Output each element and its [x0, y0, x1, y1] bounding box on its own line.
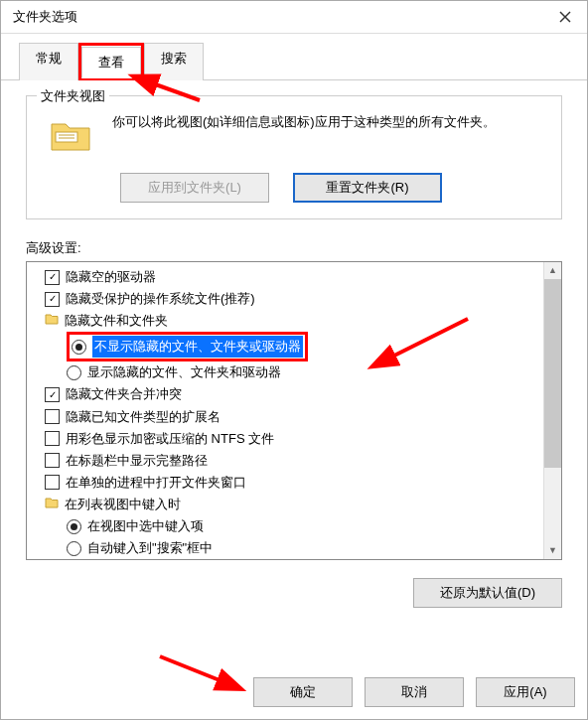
advanced-settings-tree[interactable]: ✓隐藏空的驱动器✓隐藏受保护的操作系统文件(推荐)隐藏文件和文件夹不显示隐藏的文…: [26, 261, 562, 560]
tree-item[interactable]: ✓隐藏文件夹合并冲突: [31, 383, 561, 405]
tree-item-label: 用彩色显示加密或压缩的 NTFS 文件: [66, 428, 274, 450]
checkbox[interactable]: [45, 409, 60, 424]
checkbox[interactable]: [45, 431, 60, 446]
radio[interactable]: [67, 365, 81, 380]
radio[interactable]: [72, 340, 86, 355]
tree-item-label: 不显示隐藏的文件、文件夹或驱动器: [92, 336, 303, 358]
tree-item[interactable]: 显示隐藏的文件、文件夹和驱动器: [31, 361, 561, 383]
tree-item[interactable]: 在列表视图中键入时: [31, 494, 561, 515]
tree-item-label: 显示隐藏的文件、文件夹和驱动器: [87, 361, 281, 383]
checkbox[interactable]: [45, 475, 60, 490]
tree-item-label: 隐藏空的驱动器: [66, 266, 156, 288]
close-icon[interactable]: [543, 1, 587, 33]
tree-item-label: 在标题栏中显示完整路径: [66, 450, 208, 472]
tree-item[interactable]: ✓隐藏受保护的操作系统文件(推荐): [31, 288, 561, 310]
tree-item[interactable]: 在单独的进程中打开文件夹窗口: [31, 472, 561, 494]
tree-item-label: 在视图中选中键入项: [87, 515, 204, 537]
folder-view-group-label: 文件夹视图: [37, 87, 109, 105]
advanced-settings-label: 高级设置:: [26, 239, 562, 257]
checkbox[interactable]: ✓: [45, 292, 60, 307]
tree-item[interactable]: 不显示隐藏的文件、文件夹或驱动器: [31, 332, 561, 361]
tree-item-label: 在单独的进程中打开文件夹窗口: [66, 472, 246, 494]
cancel-button[interactable]: 取消: [365, 677, 464, 707]
tree-item-label: 隐藏文件和文件夹: [65, 310, 168, 332]
ok-button[interactable]: 确定: [253, 677, 353, 707]
tree-item[interactable]: 隐藏文件和文件夹: [31, 310, 561, 332]
folder-icon: [45, 494, 59, 515]
reset-folders-button[interactable]: 重置文件夹(R): [293, 173, 442, 203]
tree-item-label: 在缩略图上显示文件图标: [66, 559, 208, 560]
folder-view-description: 你可以将此视图(如详细信息或图标)应用于这种类型的所有文件夹。: [112, 108, 547, 157]
tree-item[interactable]: 用彩色显示加密或压缩的 NTFS 文件: [31, 428, 561, 450]
radio[interactable]: [67, 519, 81, 534]
checkbox[interactable]: ✓: [45, 387, 60, 402]
scroll-up-button[interactable]: ▲: [544, 262, 561, 279]
scrollbar[interactable]: ▲ ▼: [543, 262, 561, 559]
scroll-thumb[interactable]: [544, 279, 561, 468]
tree-item-label: 隐藏已知文件类型的扩展名: [66, 406, 220, 428]
folder-icon: [45, 310, 59, 332]
folder-icon: [50, 118, 91, 157]
restore-defaults-button[interactable]: 还原为默认值(D): [413, 578, 562, 608]
tab-general[interactable]: 常规: [19, 43, 78, 80]
svg-rect-2: [56, 132, 77, 142]
radio[interactable]: [67, 541, 81, 556]
svg-line-7: [160, 656, 224, 682]
window-title: 文件夹选项: [13, 8, 77, 26]
scroll-down-button[interactable]: ▼: [544, 542, 561, 559]
tree-item-label: 隐藏受保护的操作系统文件(推荐): [66, 288, 255, 310]
tree-item[interactable]: 隐藏已知文件类型的扩展名: [31, 406, 561, 428]
tree-item-label: 隐藏文件夹合并冲突: [66, 383, 182, 405]
tree-item[interactable]: 在视图中选中键入项: [31, 515, 561, 537]
checkbox[interactable]: ✓: [45, 270, 60, 285]
apply-to-folders-button: 应用到文件夹(L): [120, 173, 269, 203]
apply-button[interactable]: 应用(A): [476, 677, 575, 707]
tree-item[interactable]: 在标题栏中显示完整路径: [31, 450, 561, 472]
tree-item-label: 在列表视图中键入时: [65, 494, 181, 515]
tree-item[interactable]: 在缩略图上显示文件图标: [31, 559, 561, 560]
tree-item[interactable]: ✓隐藏空的驱动器: [31, 266, 561, 288]
checkbox[interactable]: [45, 453, 60, 468]
tree-item[interactable]: 自动键入到"搜索"框中: [31, 537, 561, 559]
tree-item-label: 自动键入到"搜索"框中: [87, 537, 213, 559]
tab-search[interactable]: 搜索: [144, 43, 204, 80]
tab-view[interactable]: 查看: [81, 47, 141, 78]
